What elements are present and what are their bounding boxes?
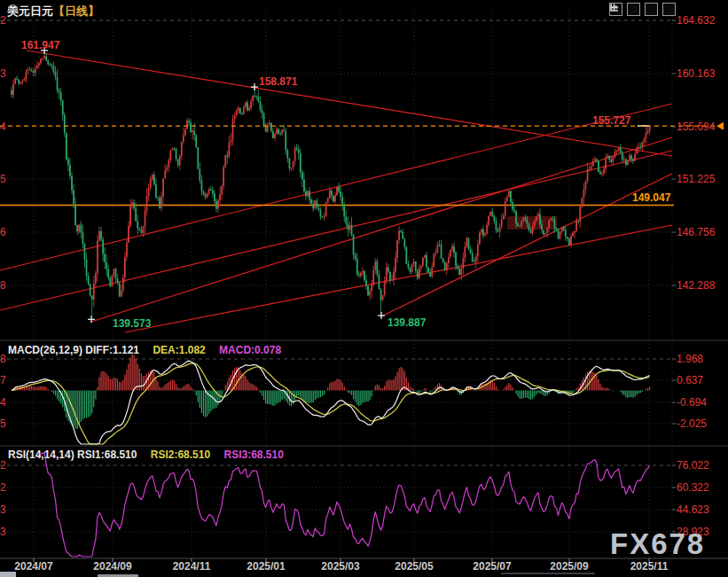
exit-right-icon (609, 3, 619, 12)
rsi-axis-label-clipped: 2 (0, 459, 8, 472)
date-axis-label: 2025/01 (239, 560, 294, 573)
price-axis-label-clipped: 2 (0, 14, 8, 27)
price-axis-label-clipped: 8 (0, 279, 8, 292)
date-axis-label: 2025/03 (313, 560, 368, 573)
timeframe-label: 【日线】 (53, 4, 99, 18)
macd-axis-label-clipped: 5 (0, 417, 8, 430)
pan-to-latest-button[interactable] (662, 3, 676, 16)
annotation-high-current: 155.727 (592, 114, 630, 127)
price-axis-label: 155.694 (677, 121, 715, 133)
macd-header: MACD(26,12,9) DIFF:1.121 DEA:1.082 MACD:… (8, 344, 292, 356)
rsi-axis-label-clipped: 2 (0, 481, 8, 494)
date-axis-label: 2025/09 (542, 560, 597, 573)
price-axis-label: 146.756 (677, 226, 715, 238)
macd-hist-value: MACD:0.078 (219, 344, 281, 356)
date-axis-label: 2024/07 (6, 560, 61, 573)
chart-canvas[interactable] (0, 0, 728, 577)
macd-axis-label: 0.637 (677, 374, 703, 386)
price-axis-label: 164.632 (677, 14, 715, 27)
date-axis-label: 2025/07 (465, 560, 520, 573)
macd-axis-label: -2.025 (677, 417, 707, 430)
shift-chart-right-button[interactable] (645, 3, 658, 16)
chart-title: 美元日元【日线】 (7, 4, 103, 19)
annotation-low-2025apr: 139.887 (387, 316, 426, 329)
annotation-high-2025jan: 158.871 (259, 75, 297, 88)
macd-params-diff: MACD(26,12,9) DIFF:1.121 (8, 344, 139, 356)
price-axis-label: 160.163 (677, 67, 715, 80)
price-axis-label-clipped: 4 (0, 121, 8, 133)
rsi-axis-label-clipped: 3 (0, 503, 8, 516)
rsi-header: RSI(14,14,14) RSI1:68.510 RSI2:68.510 RS… (8, 448, 294, 461)
date-axis-label: 2025/11 (622, 560, 677, 573)
rsi-axis-label: 60.322 (677, 481, 709, 494)
price-axis-label: 142.288 (677, 279, 715, 292)
watermark-logo: FX678 (610, 527, 705, 561)
chart-window: 美元日元【日线】 164.632160.163155.694151.225146… (0, 0, 728, 577)
macd-axis-label-clipped: 8 (0, 353, 8, 365)
rsi-axis-label-clipped: 3 (0, 526, 8, 538)
chart-toolbar (609, 3, 676, 16)
annotation-high-2024: 161.947 (21, 39, 59, 51)
date-axis-label: 2024/09 (85, 560, 140, 573)
annotation-hline-level: 149.047 (632, 191, 670, 204)
rsi3-value: RSI3:68.510 (224, 448, 284, 461)
shift-chart-left-button[interactable] (627, 3, 640, 16)
rsi2-value: RSI2:68.510 (151, 448, 210, 461)
macd-axis-label-clipped: 4 (0, 396, 8, 409)
macd-axis-label-clipped: 7 (0, 374, 8, 386)
annotation-low-2024: 139.573 (113, 317, 151, 330)
rsi-axis-label: 76.022 (677, 459, 709, 472)
rsi-params-rsi1: RSI(14,14,14) RSI1:68.510 (8, 448, 137, 461)
price-axis-label-clipped: 5 (0, 173, 8, 185)
macd-axis-label: 1.968 (677, 353, 703, 365)
price-axis-label-clipped: 6 (0, 226, 8, 238)
macd-axis-label: -0.694 (677, 396, 707, 409)
date-axis-label: 2025/05 (387, 560, 442, 573)
date-axis-label: 2024/11 (164, 560, 219, 573)
price-axis-label-clipped: 3 (0, 67, 8, 80)
macd-dea-value: DEA:1.082 (153, 344, 205, 356)
rsi-axis-label: 44.623 (677, 503, 709, 516)
price-axis-label: 151.225 (677, 173, 715, 185)
